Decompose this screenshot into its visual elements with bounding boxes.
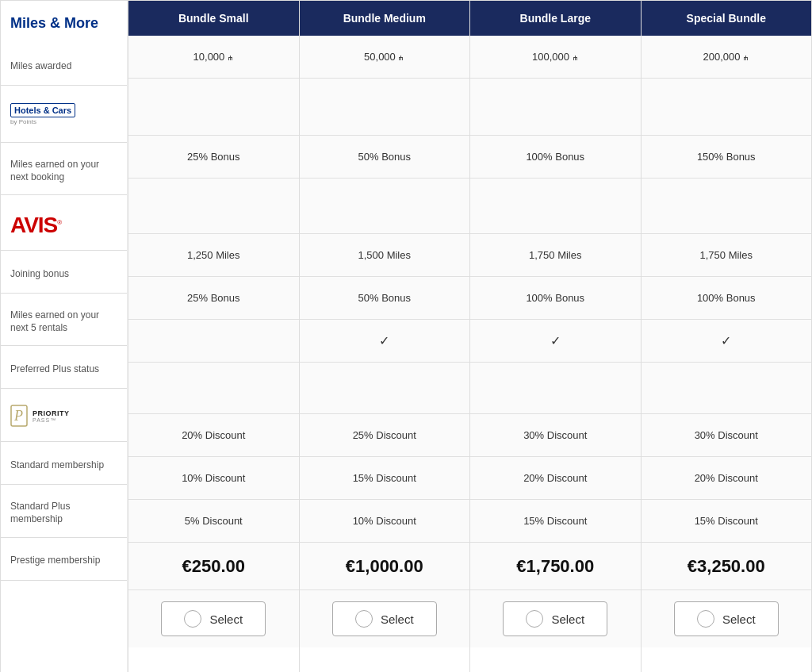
avis-joining-0: 1,250 Miles xyxy=(128,234,299,277)
avis-logo-row-1 xyxy=(300,179,470,234)
avis-logo: AVIS® xyxy=(10,213,117,238)
miles-awarded-3: 200,000 ₼ xyxy=(642,36,812,79)
avis-preferred-label-row: Preferred Plus status xyxy=(1,346,127,389)
miles-awarded-1: 50,000 ₼ xyxy=(300,36,470,79)
avis-preferred-2: ✓ xyxy=(470,320,641,363)
select-button-2[interactable]: Select xyxy=(503,601,607,636)
select-button-3[interactable]: Select xyxy=(674,601,779,636)
avis-rentals-3: 100% Bonus xyxy=(642,277,812,320)
pp-emblem-icon: P xyxy=(10,405,28,427)
price-spacer xyxy=(1,581,127,628)
svg-text:P: P xyxy=(13,408,23,424)
select-label-3: Select xyxy=(722,612,756,626)
avis-joining-label-row: Joining bonus xyxy=(1,251,127,294)
pp-standard-plus-label: Standard Plus membership xyxy=(10,501,117,525)
pp-standard-plus-3: 20% Discount xyxy=(642,457,812,500)
bundle-col-1: Bundle Medium 50,000 ₼ 50% Bonus 1,500 M… xyxy=(299,1,470,672)
select-label-1: Select xyxy=(381,612,414,626)
hotels-cars-section: Hotels & Cars by Points xyxy=(1,86,127,143)
miles-awarded-label: Miles awarded xyxy=(10,60,117,73)
avis-joining-3: 1,750 Miles xyxy=(642,234,812,277)
hotels-miles-0: 25% Bonus xyxy=(128,136,299,179)
hotels-logo-row-0 xyxy=(128,79,299,136)
bundle-header-1: Bundle Medium xyxy=(300,1,470,36)
avis-logo-row-2 xyxy=(470,179,641,234)
hotels-cars-box: Hotels & Cars xyxy=(10,103,75,117)
pp-standard-0: 20% Discount xyxy=(128,414,299,457)
hotels-miles-label-row: Miles earned on your next booking xyxy=(1,143,127,195)
priority-pass-logo: P PRIORITY PASS™ xyxy=(10,405,117,427)
radio-circle-2 xyxy=(526,610,543,628)
price-0: €250.00 xyxy=(128,543,299,590)
select-label-0: Select xyxy=(209,612,243,626)
hotels-cars-sub: by Points xyxy=(10,118,75,125)
bundle-col-0: Bundle Small 10,000 ₼ 25% Bonus 1,250 Mi… xyxy=(128,1,299,672)
avis-logo-row-3 xyxy=(642,179,812,234)
miles-awarded-2: 100,000 ₼ xyxy=(470,36,641,79)
select-label-2: Select xyxy=(551,612,584,626)
pp-standard-plus-1: 15% Discount xyxy=(300,457,470,500)
pp-standard-label-row: Standard membership xyxy=(1,442,127,485)
price-1: €1,000.00 xyxy=(300,543,470,590)
avis-preferred-1: ✓ xyxy=(300,320,470,363)
pp-prestige-2: 15% Discount xyxy=(470,500,641,543)
pp-logo-row-0 xyxy=(128,363,299,414)
bundle-col-3: Special Bundle 200,000 ₼ 150% Bonus 1,75… xyxy=(641,1,812,672)
miles-awarded-label-row: Miles awarded xyxy=(1,43,127,86)
pp-standard-plus-0: 10% Discount xyxy=(128,457,299,500)
hotels-logo-row-2 xyxy=(470,79,641,136)
pp-prestige-label-row: Prestige membership xyxy=(1,538,127,581)
miles-more-title: Miles & More xyxy=(10,15,117,32)
pp-pass-text: PASS™ xyxy=(33,417,70,423)
miles-awarded-0: 10,000 ₼ xyxy=(128,36,299,79)
pp-priority-text: PRIORITY xyxy=(33,409,70,417)
hotels-miles-2: 100% Bonus xyxy=(470,136,641,179)
price-3: €3,250.00 xyxy=(642,543,812,590)
hotels-miles-label: Miles earned on your next booking xyxy=(10,159,117,183)
avis-preferred-label: Preferred Plus status xyxy=(10,363,117,376)
avis-joining-2: 1,750 Miles xyxy=(470,234,641,277)
select-row-3: Select xyxy=(642,590,812,647)
avis-joining-1: 1,500 Miles xyxy=(300,234,470,277)
pp-standard-plus-2: 20% Discount xyxy=(470,457,641,500)
pp-standard-3: 30% Discount xyxy=(642,414,812,457)
bundle-header-2: Bundle Large xyxy=(470,1,641,36)
hotels-miles-3: 150% Bonus xyxy=(642,136,812,179)
pp-standard-label: Standard membership xyxy=(10,459,117,472)
pp-prestige-3: 15% Discount xyxy=(642,500,812,543)
bundle-header-3: Special Bundle xyxy=(642,1,812,36)
radio-circle-0 xyxy=(184,610,201,628)
avis-logo-row-0 xyxy=(128,179,299,234)
select-spacer xyxy=(1,628,127,672)
avis-rentals-label-row: Miles earned on your next 5 rentals xyxy=(1,294,127,346)
avis-joining-label: Joining bonus xyxy=(10,268,117,281)
pp-logo-row-1 xyxy=(300,363,470,414)
price-2: €1,750.00 xyxy=(470,543,641,590)
select-row-0: Select xyxy=(128,590,299,647)
priority-pass-section: P PRIORITY PASS™ xyxy=(1,389,127,442)
hotels-logo-row-3 xyxy=(642,79,812,136)
hotels-cars-logo: Hotels & Cars by Points xyxy=(10,103,117,125)
pp-logo-row-3 xyxy=(642,363,812,414)
pp-standard-plus-label-row: Standard Plus membership xyxy=(1,485,127,537)
bundles-area: Bundle Small 10,000 ₼ 25% Bonus 1,250 Mi… xyxy=(128,1,811,672)
avis-preferred-0 xyxy=(128,320,299,363)
select-row-1: Select xyxy=(300,590,470,647)
pp-text: PRIORITY PASS™ xyxy=(33,409,70,423)
bundle-col-2: Bundle Large 100,000 ₼ 100% Bonus 1,750 … xyxy=(469,1,641,672)
avis-preferred-3: ✓ xyxy=(642,320,812,363)
avis-rentals-1: 50% Bonus xyxy=(300,277,470,320)
radio-circle-3 xyxy=(697,610,714,628)
select-row-2: Select xyxy=(470,590,641,647)
hotels-miles-1: 50% Bonus xyxy=(300,136,470,179)
miles-more-logo: Miles & More xyxy=(10,15,117,32)
pp-standard-2: 30% Discount xyxy=(470,414,641,457)
pp-prestige-0: 5% Discount xyxy=(128,500,299,543)
pp-logo-row-2 xyxy=(470,363,641,414)
select-button-1[interactable]: Select xyxy=(332,601,437,636)
hotels-logo-row-1 xyxy=(300,79,470,136)
avis-rentals-0: 25% Bonus xyxy=(128,277,299,320)
select-button-0[interactable]: Select xyxy=(161,601,266,636)
pp-prestige-1: 10% Discount xyxy=(300,500,470,543)
sidebar: Miles & More Miles awarded Hotels & Cars… xyxy=(1,1,128,672)
